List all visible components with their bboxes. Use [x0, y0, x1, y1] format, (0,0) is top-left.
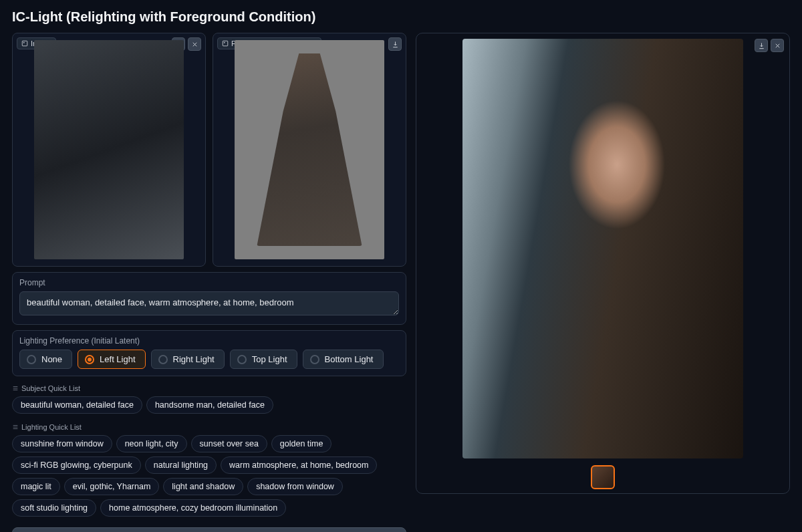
radio-dot	[85, 355, 94, 364]
radio-label: None	[41, 354, 62, 364]
prompt-panel: Prompt	[12, 272, 406, 325]
lighting-quicklist-header: Lighting Quick List	[12, 423, 406, 431]
input-image-placeholder	[34, 40, 184, 259]
lighting-chip[interactable]: sunset over sea	[191, 435, 267, 452]
svg-point-1	[23, 42, 25, 43]
lighting-chip[interactable]: soft studio lighting	[12, 499, 96, 517]
list-icon	[12, 385, 19, 392]
lighting-option-bottom-light[interactable]: Bottom Light	[303, 350, 384, 369]
subject-quicklist-header: Subject Quick List	[12, 384, 406, 392]
radio-label: Bottom Light	[325, 354, 374, 364]
radio-dot	[310, 355, 319, 364]
svg-rect-0	[22, 41, 27, 46]
lighting-chip[interactable]: magic lit	[12, 478, 60, 495]
image-icon	[222, 40, 229, 47]
lighting-chip[interactable]: light and shadow	[163, 478, 243, 495]
subject-chip[interactable]: beautiful woman, detailed face	[12, 396, 142, 414]
lighting-chip[interactable]: sci-fi RGB glowing, cyberpunk	[12, 456, 141, 474]
lighting-label: Lighting Preference (Initial Latent)	[19, 336, 399, 346]
lighting-option-none[interactable]: None	[19, 350, 72, 369]
radio-dot	[158, 355, 168, 364]
svg-point-3	[224, 42, 225, 43]
input-image-panel[interactable]: Image	[12, 33, 206, 267]
download-icon	[392, 41, 399, 48]
subject-quicklist-label: Subject Quick List	[21, 384, 80, 392]
lighting-chip[interactable]: shadow from window	[247, 478, 343, 495]
subject-chip[interactable]: handsome man, detailed face	[146, 396, 273, 414]
page-title: IC-Light (Relighting with Foreground Con…	[12, 9, 790, 25]
lighting-chip[interactable]: sunshine from window	[12, 435, 112, 452]
radio-label: Top Light	[252, 354, 287, 364]
close-icon	[774, 42, 781, 49]
lighting-chip[interactable]: evil, gothic, Yharnam	[64, 478, 160, 495]
lighting-chip[interactable]: warm atmosphere, at home, bedroom	[221, 456, 377, 474]
image-icon	[21, 40, 28, 47]
close-icon	[191, 41, 198, 48]
list-icon	[12, 424, 19, 430]
prompt-label: Prompt	[19, 278, 399, 287]
download-icon	[758, 42, 765, 49]
lighting-panel: Lighting Preference (Initial Latent) Non…	[12, 330, 406, 376]
radio-label: Right Light	[173, 354, 215, 364]
prompt-input[interactable]	[19, 291, 399, 315]
lighting-chip[interactable]: home atmosphere, cozy bedroom illuminati…	[100, 499, 286, 517]
lighting-option-left-light[interactable]: Left Light	[78, 350, 146, 369]
output-thumbnail[interactable]	[591, 465, 615, 489]
lighting-quicklist-label: Lighting Quick List	[21, 423, 82, 431]
radio-label: Left Light	[100, 354, 136, 364]
download-preprocessed-button[interactable]	[388, 37, 402, 51]
lighting-chip[interactable]: natural lighting	[145, 456, 217, 474]
lighting-chip[interactable]: neon light, city	[116, 435, 187, 452]
lighting-chip[interactable]: golden time	[271, 435, 332, 452]
preprocessed-image-placeholder	[235, 40, 385, 259]
output-image[interactable]	[462, 39, 743, 458]
close-output-button[interactable]	[771, 39, 784, 52]
svg-rect-2	[223, 41, 228, 46]
lighting-option-top-light[interactable]: Top Light	[230, 350, 297, 369]
output-panel	[416, 33, 790, 494]
download-output-button[interactable]	[755, 39, 768, 52]
preprocessed-panel: Preprocessed Foreground	[213, 33, 406, 267]
clear-input-button[interactable]	[188, 37, 201, 51]
relight-button[interactable]: Relight	[12, 527, 406, 532]
lighting-option-right-light[interactable]: Right Light	[151, 350, 225, 369]
radio-dot	[237, 355, 247, 364]
radio-dot	[27, 355, 36, 364]
